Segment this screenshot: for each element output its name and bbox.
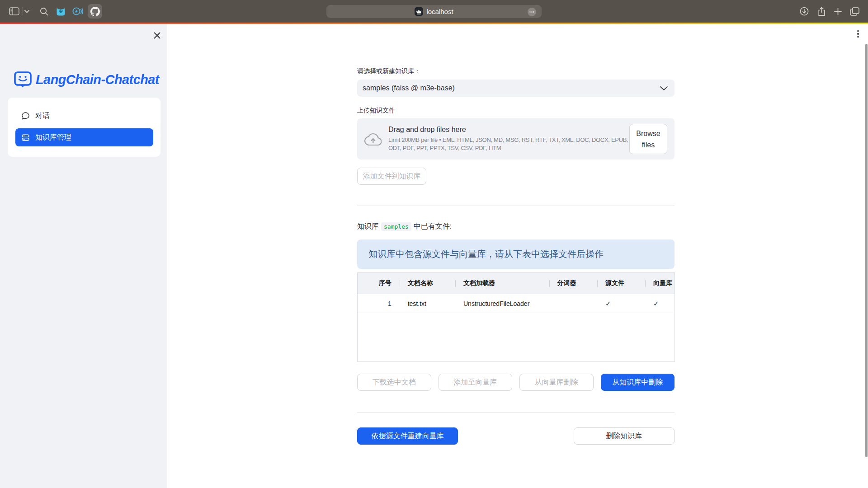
- scrollbar-thumb[interactable]: [865, 44, 868, 457]
- kb-files-table: 序号 文档名称 文档加载器 分词器 源文件 向量库 1 test.txt Uns…: [357, 272, 675, 362]
- divider: [357, 413, 675, 413]
- browse-files-button[interactable]: Browsefiles: [629, 124, 667, 154]
- cell-index: 1: [358, 294, 400, 313]
- toolbar-divider: [22, 0, 23, 23]
- kb-selectbox-value: samples (faiss @ m3e-base): [363, 84, 660, 92]
- dropzone-limit-text: Limit 200MB per file • EML, HTML, JSON, …: [388, 136, 629, 153]
- col-header-sourcefile[interactable]: 源文件: [597, 273, 645, 294]
- app-menu-icon[interactable]: [853, 28, 863, 40]
- info-alert: 知识库中包含源文件与向量库，请从下表中选择文件后操作: [357, 239, 675, 269]
- site-favicon: [415, 7, 423, 16]
- sidebar-item-label: 知识库管理: [35, 133, 71, 142]
- browser-toolbar: localhost: [0, 0, 868, 23]
- logo-text: LangChain-Chatchat: [36, 72, 159, 87]
- url-text: localhost: [426, 8, 453, 15]
- sidebar-chevron-icon[interactable]: [24, 0, 30, 23]
- cell-docname: test.txt: [400, 294, 455, 313]
- add-to-vector-button[interactable]: 添加至向量库: [439, 374, 513, 391]
- extension-downloader-icon[interactable]: [56, 0, 66, 23]
- download-selected-button[interactable]: 下载选中文档: [357, 374, 431, 391]
- tab-overview-icon[interactable]: [849, 0, 860, 23]
- extension-sonar-icon[interactable]: [72, 0, 83, 23]
- col-header-loader[interactable]: 文档加载器: [455, 273, 549, 294]
- kb-selectbox[interactable]: samples (faiss @ m3e-base): [357, 80, 675, 97]
- chat-bubble-icon: [22, 112, 29, 120]
- sidebar-item-knowledge-base[interactable]: 知识库管理: [15, 128, 153, 146]
- cell-sourcefile-check: ✓: [597, 294, 645, 313]
- file-dropzone[interactable]: Drag and drop files here Limit 200MB per…: [357, 118, 675, 160]
- upload-label: 上传知识文件: [357, 107, 395, 115]
- sidebar-item-label: 对话: [35, 111, 50, 121]
- table-header-row: 序号 文档名称 文档加载器 分词器 源文件 向量库: [358, 273, 675, 294]
- new-tab-icon[interactable]: [833, 0, 843, 23]
- kb-name-code: samples: [381, 222, 411, 231]
- search-icon[interactable]: [39, 0, 49, 23]
- select-kb-label: 请选择或新建知识库：: [357, 67, 420, 75]
- cell-loader: UnstructuredFileLoader: [455, 294, 549, 313]
- downloads-icon[interactable]: [799, 0, 809, 23]
- server-icon: [22, 134, 29, 141]
- sidebar: LangChain-Chatchat 对话 知识库管理: [0, 24, 167, 488]
- nav-menu-card: 对话 知识库管理: [8, 98, 160, 157]
- address-bar[interactable]: localhost: [326, 5, 542, 18]
- sidebar-toggle-icon[interactable]: [8, 0, 20, 23]
- table-row[interactable]: 1 test.txt UnstructuredFileLoader ✓ ✓: [358, 294, 675, 313]
- sidebar-item-dialogue[interactable]: 对话: [15, 107, 153, 125]
- divider: [357, 206, 675, 206]
- dropzone-title: Drag and drop files here: [388, 126, 629, 134]
- col-header-vectorstore[interactable]: 向量库: [645, 273, 675, 294]
- sidebar-close-icon[interactable]: [151, 30, 162, 41]
- kb-files-caption: 知识库 samples 中已有文件:: [357, 222, 452, 231]
- chevron-down-icon: [660, 86, 668, 91]
- cloud-upload-icon: [364, 133, 382, 145]
- cell-vectorstore-check: ✓: [645, 294, 675, 313]
- cell-splitter: [549, 294, 598, 313]
- app-logo: LangChain-Chatchat: [14, 71, 164, 88]
- rebuild-vector-button[interactable]: 依据源文件重建向量库: [357, 427, 458, 445]
- col-header-docname[interactable]: 文档名称: [400, 273, 455, 294]
- col-header-index[interactable]: 序号: [358, 273, 400, 294]
- logo-bubble-icon: [14, 71, 32, 88]
- github-tab-button[interactable]: [88, 4, 102, 19]
- delete-from-vector-button[interactable]: 从向量库删除: [519, 374, 594, 391]
- delete-from-kb-button[interactable]: 从知识库中删除: [601, 374, 675, 391]
- col-header-splitter[interactable]: 分词器: [549, 273, 598, 294]
- delete-kb-button[interactable]: 删除知识库: [574, 427, 675, 445]
- page-options-icon[interactable]: [528, 8, 536, 16]
- add-files-button[interactable]: 添加文件到知识库: [357, 168, 426, 185]
- share-icon[interactable]: [816, 0, 826, 23]
